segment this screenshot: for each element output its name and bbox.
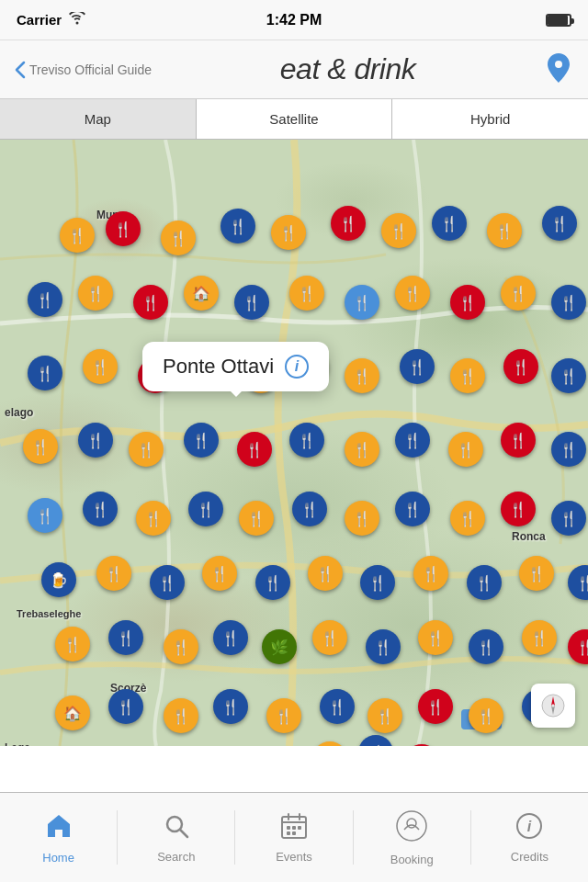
map-pin[interactable]: 🍴: [28, 282, 62, 317]
map-pin[interactable]: 🍴: [551, 358, 586, 393]
map-pin[interactable]: 🍴: [161, 220, 196, 255]
map-pin[interactable]: 🍴: [28, 356, 62, 390]
map-pin[interactable]: 🍴: [418, 620, 453, 655]
map-pin[interactable]: 🍴: [469, 698, 503, 733]
map-pin[interactable]: 🍴: [450, 501, 485, 536]
map-pin[interactable]: 🍴: [289, 423, 324, 458]
map-pin[interactable]: 🍴: [83, 492, 118, 526]
map-pin[interactable]: 🍴: [136, 501, 171, 536]
map-pin[interactable]: 🍴: [501, 423, 536, 458]
map-pin[interactable]: 🍴: [467, 565, 502, 600]
map-pin[interactable]: 🍴: [450, 358, 485, 393]
tab-search[interactable]: Search: [118, 793, 234, 882]
map-pin[interactable]: 🍴: [28, 498, 62, 533]
map-pin[interactable]: 🍴: [501, 492, 536, 526]
map-pin[interactable]: 🍴: [487, 213, 522, 248]
tab-credits[interactable]: i Credits: [471, 793, 588, 882]
map-type-satellite[interactable]: Satellite: [197, 99, 393, 139]
map-pin[interactable]: 🍴: [360, 565, 395, 600]
map-pin[interactable]: 🍴: [519, 556, 554, 591]
map-pin[interactable]: 🍴: [129, 432, 164, 467]
map-pin[interactable]: 🍴: [133, 285, 168, 320]
map-pin[interactable]: 🍴: [289, 276, 324, 311]
map-area[interactable]: A57 Muna elago Trebaseleghe Scorzè Noale…: [0, 140, 588, 746]
map-pin[interactable]: 🍴: [234, 285, 269, 320]
map-pin[interactable]: 🍴: [96, 556, 131, 591]
map-pin[interactable]: 🍴: [331, 206, 366, 241]
back-button[interactable]: Treviso Official Guide: [15, 61, 152, 79]
map-pin[interactable]: 🍴: [432, 206, 467, 241]
map-pin[interactable]: 🍴: [522, 620, 557, 655]
map-pin[interactable]: 🍴: [108, 620, 143, 655]
wifi-icon: [69, 12, 85, 28]
map-pin[interactable]: 🍴: [78, 423, 113, 458]
nav-bar: Treviso Official Guide eat & drink: [0, 40, 588, 99]
map-popup[interactable]: Ponte Ottavi i: [142, 342, 329, 391]
map-pin[interactable]: 🍴: [395, 492, 430, 526]
map-pin[interactable]: 🍴: [308, 556, 343, 591]
map-pin[interactable]: 🍴: [312, 620, 347, 655]
location-button[interactable]: [531, 684, 575, 728]
map-pin[interactable]: 🍴: [381, 213, 416, 248]
popup-title: Ponte Ottavi: [163, 355, 274, 379]
map-pin[interactable]: 🍴: [395, 276, 430, 311]
map-pin[interactable]: 🍴: [448, 432, 483, 467]
map-pin[interactable]: 🍺: [41, 562, 76, 597]
map-pin[interactable]: 🍴: [213, 620, 248, 655]
map-pin[interactable]: 🍴: [469, 629, 503, 664]
map-pin[interactable]: 🍴: [164, 629, 198, 664]
map-pin[interactable]: 🏠: [184, 276, 219, 311]
map-pin[interactable]: 🍴: [266, 698, 301, 733]
map-pin[interactable]: 🍴: [78, 276, 113, 311]
map-pin[interactable]: 🍴: [213, 689, 248, 724]
tab-events[interactable]: Events: [235, 793, 352, 882]
map-pin[interactable]: 🍴: [108, 689, 143, 724]
map-pin[interactable]: 🍴: [345, 358, 379, 393]
map-pin[interactable]: 🍴: [366, 629, 401, 664]
map-pin[interactable]: 🍴: [164, 698, 198, 733]
tab-credits-label: Credits: [511, 850, 548, 864]
map-pin[interactable]: 🍴: [450, 285, 485, 320]
map-pin[interactable]: 🍴: [320, 689, 355, 724]
map-type-map[interactable]: Map: [0, 99, 197, 139]
map-pin[interactable]: 🍴: [202, 556, 237, 591]
map-pin[interactable]: 🍴: [551, 432, 586, 467]
map-pin[interactable]: 🍴: [345, 432, 379, 467]
map-pin[interactable]: 🍴: [413, 556, 448, 591]
map-pin[interactable]: 🍴: [551, 501, 586, 536]
map-pin[interactable]: 🍴: [60, 218, 95, 253]
map-pin[interactable]: 🍴: [55, 627, 90, 662]
map-pin[interactable]: 🍴: [184, 423, 219, 458]
map-pin[interactable]: 🍴: [395, 423, 430, 458]
map-pin[interactable]: 🍴: [542, 206, 577, 241]
map-pin[interactable]: 🍴: [106, 211, 141, 246]
map-pin[interactable]: 🌿: [262, 629, 297, 664]
popup-info-button[interactable]: i: [285, 355, 309, 379]
map-pin[interactable]: 🍴: [271, 215, 306, 250]
svg-point-16: [397, 811, 426, 841]
map-pin[interactable]: 🍴: [501, 276, 536, 311]
map-type-hybrid[interactable]: Hybrid: [392, 99, 588, 139]
map-pin[interactable]: 🏠: [55, 695, 90, 730]
map-pin[interactable]: 🍴: [188, 492, 223, 526]
location-icon[interactable]: [544, 51, 573, 88]
map-pin[interactable]: 🍴: [150, 565, 185, 600]
map-pin[interactable]: 🍴: [418, 689, 453, 724]
svg-rect-15: [292, 831, 296, 835]
map-pin[interactable]: 🍴: [345, 285, 379, 320]
map-pin[interactable]: 🍴: [237, 432, 272, 467]
map-pin[interactable]: 🍴: [345, 501, 379, 536]
tab-bar: Home Search Events Booking i Credits: [0, 792, 588, 882]
map-pin[interactable]: 🍴: [400, 349, 435, 384]
map-pin[interactable]: 🍴: [368, 698, 402, 733]
map-pin[interactable]: 🍴: [220, 209, 255, 243]
tab-home[interactable]: Home: [0, 793, 117, 882]
tab-booking[interactable]: Booking: [354, 793, 470, 882]
map-pin[interactable]: 🍴: [503, 349, 538, 384]
map-pin[interactable]: 🍴: [551, 285, 586, 320]
map-pin[interactable]: 🍴: [239, 501, 274, 536]
map-pin[interactable]: 🍴: [83, 349, 118, 384]
map-pin[interactable]: 🍴: [255, 565, 290, 600]
map-pin[interactable]: 🍴: [23, 429, 58, 464]
map-pin[interactable]: 🍴: [292, 492, 327, 526]
